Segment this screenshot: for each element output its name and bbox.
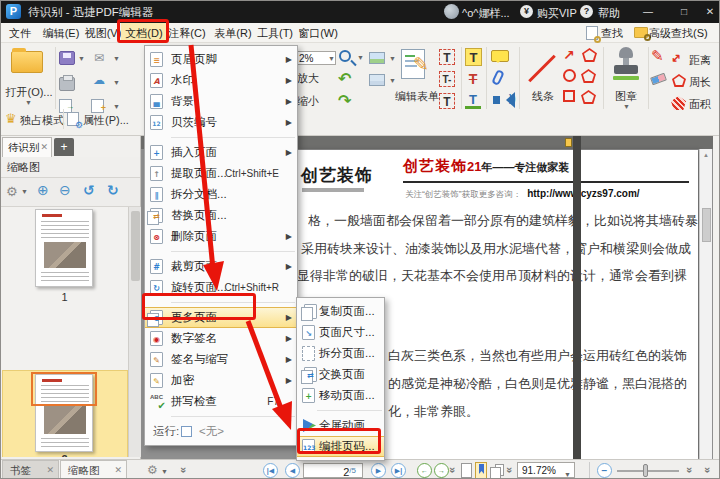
menu-file[interactable]: 文件 xyxy=(3,23,37,43)
area-measure-icon[interactable] xyxy=(671,96,686,110)
arrow-tool-icon[interactable]: ↗ xyxy=(563,47,575,63)
menu-item-replace-pages[interactable]: ⇄ 替换页面... xyxy=(145,205,297,226)
magnifier-caret-icon[interactable]: ▼ xyxy=(357,54,364,61)
first-page-button[interactable]: |◀ xyxy=(263,463,278,478)
scrollbar-thumb[interactable] xyxy=(702,208,711,242)
thumbnail-options-caret-icon[interactable]: ▼ xyxy=(21,188,28,195)
submenu-item-page-size[interactable]: ↘ 页面尺寸... xyxy=(297,322,384,343)
menu-tools[interactable]: 工具(T) xyxy=(253,23,297,43)
menu-comment[interactable]: 注释(C) xyxy=(165,23,209,43)
attachment-icon[interactable] xyxy=(491,69,505,86)
thumbnail-zoom-out-icon[interactable]: ⊖ xyxy=(59,182,71,198)
two-page-view-icon[interactable] xyxy=(495,464,504,476)
submenu-item-move-pages[interactable]: + 移动页面... xyxy=(297,385,384,406)
add-text-icon[interactable] xyxy=(369,74,385,86)
distance-button[interactable]: 距离 xyxy=(689,53,711,68)
save-caret-icon[interactable]: ▼ xyxy=(78,55,85,62)
status-options-gear-icon[interactable]: ⚙ xyxy=(147,463,158,477)
next-page-button[interactable]: ▶ xyxy=(371,463,386,478)
submenu-item-split-page[interactable]: 拆分页面... xyxy=(297,343,384,364)
open-file-icon[interactable] xyxy=(11,51,43,73)
thumbnail-zoom-in-icon[interactable]: ⊕ xyxy=(37,182,49,198)
menu-item-watermark[interactable]: A 水印 ▶ xyxy=(145,70,297,91)
pencil-tool-icon[interactable]: ✎ xyxy=(651,47,664,65)
print-icon[interactable] xyxy=(59,77,75,91)
new-doc-caret-icon[interactable]: ▼ xyxy=(113,103,120,110)
last-page-button[interactable]: ▶| xyxy=(391,463,406,478)
underline-text-icon[interactable]: T xyxy=(465,92,481,109)
zoom-combo-caret-icon[interactable]: ▼ xyxy=(328,55,335,62)
line-tool-icon[interactable] xyxy=(525,51,559,85)
page-1-thumbnail[interactable] xyxy=(35,209,93,287)
rotate-cw-icon[interactable]: ↷ xyxy=(338,91,351,110)
add-text-caret-icon[interactable]: ▼ xyxy=(389,77,396,84)
properties-button[interactable]: 属性(P)... xyxy=(83,113,129,128)
document-tab[interactable]: 待识别 ✕ xyxy=(2,137,52,157)
thumbnail-options-gear-icon[interactable]: ⚙ xyxy=(6,184,18,199)
collapse-chevrons-icon[interactable]: » xyxy=(178,467,190,473)
view-chevrons-icon[interactable]: » xyxy=(504,467,516,473)
menu-edit[interactable]: 编辑(E) xyxy=(39,23,83,43)
add-image-caret-icon[interactable]: ▼ xyxy=(389,55,396,62)
previous-view-button[interactable]: ← xyxy=(417,463,432,478)
menu-item-bates-numbering[interactable]: 12 贝茨编号 ▶ xyxy=(145,112,297,133)
new-doc-icon[interactable] xyxy=(91,99,104,113)
rectangle-tool-icon[interactable] xyxy=(563,90,575,102)
minimize-button[interactable]: — xyxy=(633,1,663,23)
menu-item-run[interactable]: 运行: <无> xyxy=(145,421,297,442)
perimeter-measure-icon[interactable] xyxy=(672,74,686,87)
menu-window[interactable]: 窗口(W) xyxy=(295,23,341,43)
edit-form-button[interactable]: 编辑表单 xyxy=(393,89,441,104)
menu-item-crop-pages[interactable]: # 裁剪页面 ▶ xyxy=(145,256,297,277)
bookmark-panel-tab[interactable]: 书签✕ xyxy=(2,460,59,479)
page-number-input[interactable]: 2/5 xyxy=(303,463,363,478)
menu-item-insert-pages[interactable]: + 插入页面 ▶ xyxy=(145,142,297,163)
run-checkbox[interactable] xyxy=(181,426,192,437)
email-caret-icon[interactable]: ▼ xyxy=(113,55,120,62)
menu-item-encrypt[interactable]: ✎ 加密 ▶ xyxy=(145,370,297,391)
distance-measure-icon[interactable]: ↔ xyxy=(668,49,685,66)
circle-tool-icon[interactable] xyxy=(563,69,576,82)
zoom-out-slider-button[interactable]: − xyxy=(597,463,612,478)
save-icon[interactable] xyxy=(59,51,75,65)
submenu-item-copy-pages[interactable]: 复制页面... xyxy=(297,301,384,322)
user-name[interactable]: ^o^娜样... xyxy=(462,6,510,21)
panel-toggle-icon[interactable] xyxy=(565,138,572,147)
buy-vip-button[interactable]: 购买VIP xyxy=(537,6,577,21)
zoom-level-combo[interactable]: 91.72%▼ xyxy=(517,462,575,478)
zoom-slider-thumb[interactable] xyxy=(643,464,648,477)
stamp-caret-icon[interactable]: ▼ xyxy=(623,103,630,110)
export-doc-icon[interactable] xyxy=(59,99,72,113)
submenu-item-swap-pages[interactable]: ⇄ 交换页面 xyxy=(297,364,384,385)
thumbnail-tab-close-icon[interactable]: ✕ xyxy=(114,461,122,479)
zoom-slider-track[interactable] xyxy=(617,470,679,472)
pentagon-tool-icon[interactable] xyxy=(581,90,596,104)
thumbnail-scrollbar[interactable] xyxy=(128,207,141,457)
find-button[interactable]: 查找(F) xyxy=(601,23,637,43)
stamp-tool-icon[interactable] xyxy=(613,47,639,83)
line-tool-button[interactable]: 线条 xyxy=(525,89,561,104)
cloud-caret-icon[interactable]: ▼ xyxy=(113,79,120,86)
text-small-icon[interactable]: T- xyxy=(439,71,455,87)
page-scrollbar[interactable]: ▲ xyxy=(699,149,712,459)
polyline-tool-icon[interactable] xyxy=(582,48,597,62)
menu-item-split-document[interactable]: ∥ 拆分文档... xyxy=(145,184,297,205)
maximize-button[interactable]: □ xyxy=(669,1,699,23)
eraser-tool-icon[interactable] xyxy=(650,73,667,86)
help-button[interactable]: 帮助 xyxy=(598,6,620,21)
rotate-page-cw-icon[interactable]: ↻ xyxy=(107,182,119,198)
open-button[interactable]: 打开(O)... xyxy=(3,85,55,100)
menu-item-digital-signature[interactable]: ◉ 数字签名 ▶ xyxy=(145,328,297,349)
user-avatar[interactable] xyxy=(444,4,459,19)
new-tab-button[interactable]: + xyxy=(54,138,74,156)
perimeter-button[interactable]: 周长 xyxy=(689,75,711,90)
magnifier-icon[interactable] xyxy=(339,50,351,62)
status-gear-caret-icon[interactable]: ▼ xyxy=(161,468,168,475)
add-image-icon[interactable] xyxy=(369,52,385,64)
comment-note-icon[interactable] xyxy=(491,50,509,62)
statusbar-chevrons-icon[interactable]: » xyxy=(684,467,696,473)
statusbar-chevrons2-icon[interactable]: » xyxy=(702,467,714,473)
stamp-tool-button[interactable]: 图章 xyxy=(609,89,643,104)
area-button[interactable]: 面积 xyxy=(689,97,711,112)
nav-chevrons-icon[interactable]: » xyxy=(447,467,459,473)
